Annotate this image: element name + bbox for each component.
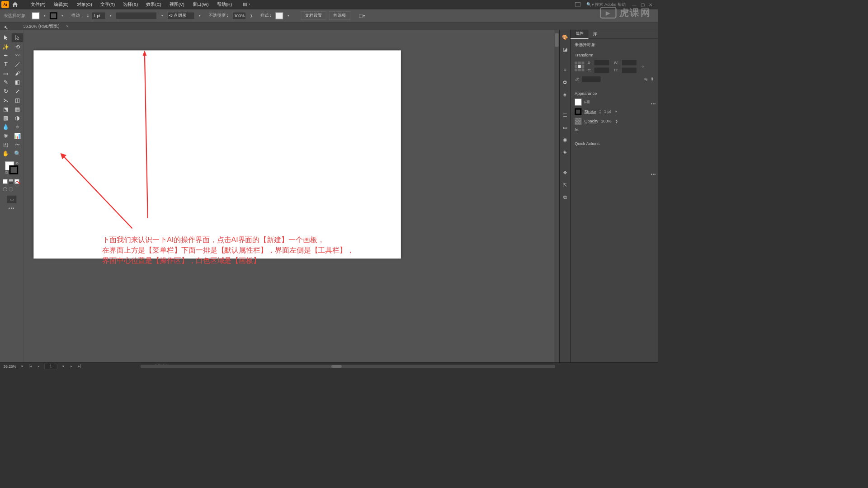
fill-swatch[interactable] [32,12,39,19]
opacity-swatch-panel[interactable] [575,118,581,125]
artboard-tool[interactable]: ◰ [0,140,12,149]
blend-tool[interactable]: ⟐ [12,122,24,131]
stroke-spinners[interactable]: ▲▼ [87,13,89,18]
swatches-panel-icon[interactable]: ◪ [561,46,569,53]
variable-width-field[interactable] [116,12,157,19]
canvas-area[interactable]: ↖ 下面我们来认识一下AI的操作界面，点击AI界面的【新建】一个画板， 在界面上… [24,30,560,362]
align-button[interactable]: ⬚▾ [359,13,365,18]
panel-tab-libraries[interactable]: 库 [588,30,602,39]
vertical-scrollbar[interactable] [554,30,559,362]
menu-effect[interactable]: 效果(C) [142,0,165,9]
stroke-weight-panel-dropdown[interactable]: ▾ [613,108,618,115]
panel-tab-properties[interactable]: 属性 [571,30,588,39]
link-wh-icon[interactable]: ⟡ [642,64,644,69]
style-dropdown[interactable]: ▾ [286,12,291,19]
prefs-button[interactable]: 首选项 [329,11,350,20]
scale-tool[interactable]: ⤢ [12,87,24,96]
asset-export-panel-icon[interactable]: ⇱ [561,181,569,189]
stroke-dropdown[interactable]: ▾ [60,12,65,19]
graph-tool[interactable]: 📊 [12,131,24,140]
shape-builder-tool[interactable]: ⬔ [0,104,12,113]
rectangle-tool[interactable]: ▭ [0,69,12,78]
fill-dropdown[interactable]: ▾ [42,12,47,19]
stroke-panel-icon[interactable]: ≡ [561,66,569,74]
draw-behind-icon[interactable]: ◯ [9,187,14,192]
artboard-number-field[interactable]: 1 [44,364,57,369]
style-swatch[interactable] [275,12,283,19]
gradient-tool[interactable]: ◑ [12,113,24,122]
artboard[interactable]: 下面我们来认识一下AI的操作界面，点击AI界面的【新建】一个画板， 在界面上方是… [33,50,401,258]
opacity-field[interactable]: 100% [232,12,246,19]
menu-select[interactable]: 选择(S) [119,0,142,9]
zoom-level[interactable]: 36.26% [4,364,16,368]
selection-tool[interactable] [0,33,12,42]
document-tab[interactable]: 36.26% (RGB/预览) × [24,23,69,29]
doc-setup-button[interactable]: 文档设置 [301,11,326,20]
swap-fill-stroke-icon[interactable]: ⟲ [15,161,18,165]
symbol-sprayer-tool[interactable]: ❋ [0,131,12,140]
menu-help[interactable]: 帮助(H) [213,0,236,9]
flip-v-icon[interactable]: ⥮ [651,77,654,82]
stroke-color-icon[interactable] [9,165,18,174]
menu-file[interactable]: 文件(F) [27,0,49,9]
align-panel-icon[interactable]: ☰ [561,111,569,119]
free-transform-tool[interactable]: ◫ [12,95,24,104]
artboards-panel-icon[interactable]: ⧉ [561,193,569,201]
transform-more-icon[interactable]: ••• [651,102,656,106]
transform-x-field[interactable] [594,60,610,66]
appearance-panel-icon[interactable]: ◉ [561,136,569,144]
opacity-dropdown[interactable]: ❯ [249,12,254,19]
magic-wand-tool[interactable]: ✨ [0,42,12,51]
flip-h-icon[interactable]: ⇋ [644,77,648,82]
rotate-tool[interactable]: ↻ [0,87,12,96]
transform-y-field[interactable] [594,67,610,74]
menu-window[interactable]: 窗口(W) [189,0,213,9]
fx-button[interactable]: fx. [575,127,579,132]
brush-dropdown[interactable]: ▾ [198,12,203,19]
stroke-link[interactable]: Stroke [584,109,596,114]
variable-width-dropdown[interactable]: ▾ [160,12,165,19]
brush-field[interactable]: • 3 点圆形 [167,12,195,19]
hscroll-thumb[interactable] [331,365,342,368]
draw-mode-icon[interactable]: ◯ [3,187,8,192]
stroke-panel-spinners[interactable]: ▲▼ [599,109,601,114]
line-tool[interactable]: ／ [12,60,24,69]
screen-mode-button[interactable]: ▭ [7,196,16,203]
lasso-tool[interactable]: ⟲ [12,42,24,51]
horizontal-scrollbar[interactable] [141,365,555,368]
fill-stroke-control[interactable]: ⟲ ◱ [5,161,18,174]
graphic-styles-panel-icon[interactable]: ◈ [561,148,569,156]
opacity-link[interactable]: Opacity [584,119,598,124]
perspective-tool[interactable]: ▦ [12,104,24,113]
eraser-tool[interactable]: ◧ [12,78,24,87]
stroke-weight-dropdown[interactable]: ▾ [108,12,113,19]
transform-panel-icon[interactable]: ▭ [561,124,569,131]
paintbrush-tool[interactable]: 🖌 [12,69,24,78]
prev-artboard-button[interactable]: ◂ [36,364,41,369]
fill-swatch-panel[interactable] [575,99,581,105]
zoom-dropdown[interactable]: ▾ [19,363,24,370]
last-artboard-button[interactable]: ▸| [77,364,82,369]
edit-toolbar-button[interactable]: ••• [0,206,24,211]
appearance-more-icon[interactable]: ••• [651,172,656,176]
home-icon[interactable] [12,1,19,8]
width-tool[interactable]: ⋋ [0,95,12,104]
symbols-panel-icon[interactable]: ♣ [561,91,569,99]
rotate-field[interactable] [582,76,601,82]
window-frame-icon[interactable] [575,2,580,6]
color-panel-icon[interactable]: 🎨 [561,33,569,41]
direct-selection-tool[interactable] [12,33,24,42]
first-artboard-button[interactable]: |◂ [28,364,33,369]
transform-h-field[interactable] [621,67,637,74]
layers-panel-icon[interactable]: ❖ [561,169,569,177]
stroke-swatch-panel[interactable] [575,108,581,115]
artboard-dropdown[interactable]: ▾ [61,363,66,370]
brushes-panel-icon[interactable]: ✿ [561,79,569,86]
arrange-docs-button[interactable]: ▾ [243,3,250,6]
stroke-weight-field[interactable]: 1 pt [92,12,105,19]
color-mode-icon[interactable] [3,179,8,184]
opacity-value-panel[interactable]: 100% [601,119,611,124]
type-tool[interactable]: T [0,60,12,69]
menu-view[interactable]: 视图(V) [165,0,189,9]
transform-w-field[interactable] [621,60,637,66]
